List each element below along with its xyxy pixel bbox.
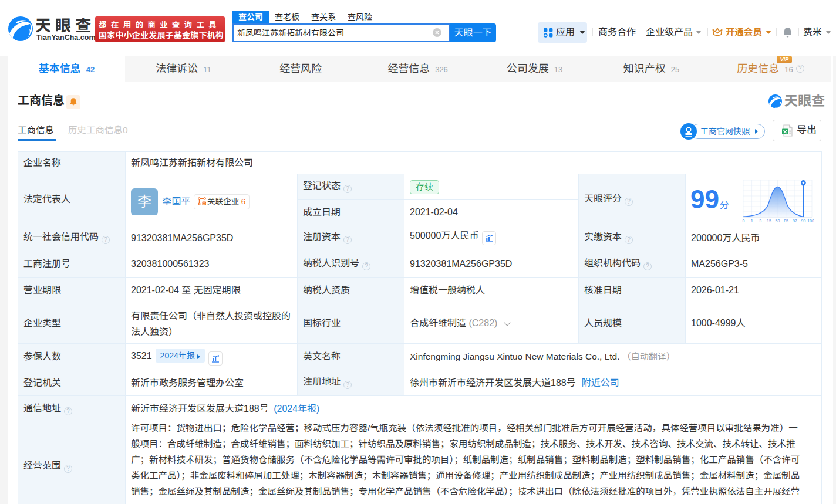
svg-text:0: 0 [743,219,745,223]
svg-text:97: 97 [793,219,797,223]
svg-text:100: 100 [807,219,814,223]
svg-text:50: 50 [776,219,780,223]
svg-text:3: 3 [759,219,761,223]
svg-text:99: 99 [801,219,806,223]
svg-text:85: 85 [784,219,788,223]
svg-text:15: 15 [767,219,771,223]
svg-text:企: 企 [203,201,206,205]
svg-text:1: 1 [751,219,753,223]
